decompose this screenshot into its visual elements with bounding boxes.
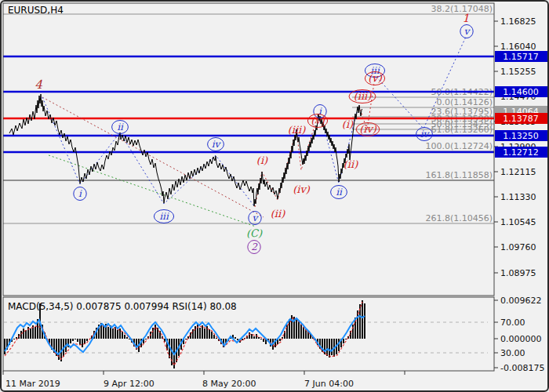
indicator-header-label: MACD(5,34,5) 0.007875 0.007994 RSI(14) 8… — [8, 301, 237, 312]
fib-level-label: 100.0(1.12724) — [425, 141, 493, 151]
wave-label: iv — [212, 139, 222, 150]
trendline[interactable] — [359, 78, 375, 130]
wave-label: (ii) — [271, 208, 285, 220]
fib-level-label: 161.8(1.11858) — [425, 170, 493, 180]
price-axis-tick-label: 1.16825 — [500, 16, 536, 27]
trading-chart-window: 38.2(1.17048)50.0(1.14422)0.0(1.14126)23… — [0, 0, 549, 392]
trendline[interactable] — [42, 97, 264, 217]
price-axis-tick-label: 1.10545 — [500, 217, 536, 227]
wave-label: 4 — [35, 78, 42, 92]
wave-label: v — [253, 212, 260, 223]
price-axis-tick-label: 1.12115 — [500, 167, 536, 177]
main-panel-border — [3, 3, 494, 296]
fib-level-label: 261.8(1.10456) — [425, 213, 493, 223]
fib-level-label: 61.8(1.13260) — [431, 125, 493, 135]
macd-axis-tick-label: 0.000000 — [500, 334, 542, 344]
wave-label: (v) — [368, 72, 382, 84]
macd-axis-tick-label: 30.00 — [500, 348, 525, 358]
wave-label: (iii) — [288, 124, 307, 136]
price-axis-tick-label: 1.08975 — [500, 268, 536, 278]
wave-label: ii — [336, 187, 343, 198]
wave-label: (iv) — [293, 183, 311, 195]
date-label: 11 Mar 2019 — [5, 379, 60, 389]
macd-axis-tick-label: 70.00 — [500, 318, 525, 328]
chart-canvas[interactable]: 38.2(1.17048)50.0(1.14422)0.0(1.14126)23… — [2, 2, 549, 392]
wave-label: ii — [117, 122, 124, 132]
macd-axis-tick-label: -0.008175 — [500, 363, 544, 373]
wave-label: iv — [420, 129, 431, 140]
date-label: 8 May 20:00 — [202, 379, 256, 389]
price-badge-label: 1.15717 — [503, 52, 539, 62]
price-axis-tick-label: 1.15255 — [500, 67, 536, 77]
price-axis-tick-label: 1.11330 — [500, 192, 536, 202]
symbol-timeframe-label: EURUSD,H4 — [8, 5, 64, 16]
price-badge-label: 1.12712 — [503, 147, 539, 158]
wave-label: (C) — [246, 227, 263, 239]
price-badge-label: 1.14600 — [503, 87, 539, 97]
wave-label: (i) — [256, 154, 268, 166]
wave-label: iii — [159, 211, 169, 222]
price-axis-tick-label: 1.09760 — [500, 242, 536, 252]
macd-axis-tick-label: 0.009622 — [500, 296, 542, 306]
wave-label: i — [78, 188, 82, 199]
price-axis-tick-label: 1.16040 — [500, 42, 536, 52]
wave-label: 1 — [463, 12, 470, 24]
wave-label: v — [464, 26, 471, 37]
date-label: 9 Apr 12:00 — [104, 379, 155, 389]
price-badge-label: 1.13787 — [503, 114, 539, 124]
wave-label: (iv) — [359, 123, 377, 135]
wave-label: (v) — [311, 114, 325, 126]
wave-label: (ii) — [344, 158, 358, 170]
wave-label: (i) — [342, 118, 354, 130]
wave-label: (iii) — [354, 90, 373, 102]
price-badge-label: 1.13250 — [503, 131, 539, 141]
wave-label: 2 — [251, 241, 258, 252]
date-label: 7 Jun 04:00 — [304, 379, 354, 389]
